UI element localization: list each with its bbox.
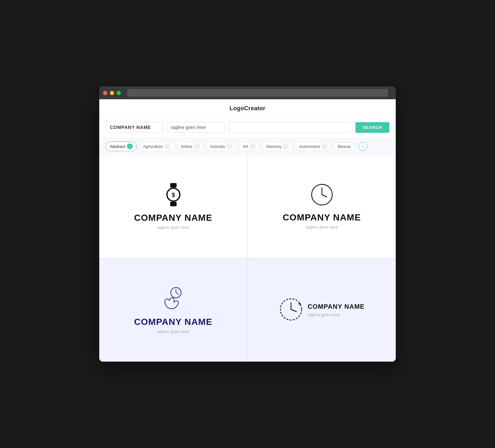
- hand-clock-icon: [160, 286, 186, 312]
- category-check-abstract: ✓: [127, 143, 133, 149]
- category-check-airline: ✓: [194, 143, 200, 149]
- logo-3-tagline: tagline goes here: [157, 329, 189, 334]
- category-label-agriculture: Agriculture: [143, 144, 163, 149]
- category-chip-automotive[interactable]: Automotive ✓: [295, 141, 332, 151]
- category-label-airline: Airline: [181, 144, 192, 149]
- category-label-attorney: Attorney: [266, 144, 281, 149]
- logo-2-company: COMPANY NAME: [283, 212, 361, 223]
- search-button[interactable]: SEARCH: [355, 122, 389, 133]
- svg-text:$: $: [171, 192, 175, 198]
- keyword-input[interactable]: [228, 122, 352, 133]
- category-check-attorney: ✓: [283, 143, 289, 149]
- category-label-abstract: Abstract: [110, 144, 125, 149]
- logo-card-3[interactable]: COMPANY NAME tagline goes here: [99, 258, 247, 362]
- logo-1-tagline: tagline goes here: [157, 225, 189, 230]
- traffic-light-yellow[interactable]: [110, 91, 114, 95]
- logo-4-text-group: COMPANY NAME tagline goes here: [308, 303, 365, 317]
- svg-line-10: [176, 293, 179, 294]
- clock-outline-icon: [311, 183, 333, 207]
- logo-4-tagline: tagline goes here: [308, 312, 365, 317]
- logo-4-company: COMPANY NAME: [308, 303, 365, 310]
- logo-3-company: COMPANY NAME: [134, 317, 212, 327]
- app-header: LogoCreator: [99, 99, 396, 117]
- svg-rect-0: [170, 183, 177, 188]
- category-label-art: Art: [243, 144, 248, 149]
- clock-inline-icon: [279, 297, 303, 323]
- category-chip-abstract[interactable]: Abstract ✓: [106, 141, 137, 151]
- category-chip-attorney[interactable]: Attorney ✓: [262, 141, 293, 151]
- traffic-light-red[interactable]: [103, 91, 107, 95]
- logo-2-tagline: tagline goes here: [306, 225, 338, 229]
- category-bar: Abstract ✓ Agriculture ✓ Airline ✓ Anima…: [99, 138, 396, 155]
- category-label-animals: Animals: [210, 144, 225, 149]
- category-check-animals: ✓: [227, 143, 232, 149]
- svg-line-13: [291, 309, 296, 312]
- category-label-automotive: Automotive: [299, 144, 320, 149]
- browser-content: LogoCreator SEARCH Abstract ✓ Agricultur…: [99, 99, 396, 362]
- more-categories-button[interactable]: →: [358, 142, 367, 151]
- watch-icon: $: [164, 183, 183, 208]
- inline-logo-4: COMPANY NAME tagline goes here: [279, 297, 365, 323]
- address-bar[interactable]: [127, 89, 388, 97]
- tagline-input[interactable]: [167, 122, 225, 133]
- company-name-input[interactable]: [106, 122, 164, 133]
- app-title: LogoCreator: [229, 105, 265, 112]
- logo-card-1[interactable]: $ COMPANY NAME tagline goes here: [99, 155, 247, 258]
- category-label-beauty: Beauty: [338, 144, 351, 149]
- category-chip-animals[interactable]: Animals ✓: [206, 141, 237, 151]
- category-check-agriculture: ✓: [165, 143, 170, 149]
- category-check-automotive: ✓: [322, 143, 327, 149]
- category-chip-airline[interactable]: Airline ✓: [177, 141, 204, 151]
- logo-card-4[interactable]: COMPANY NAME tagline goes here: [248, 258, 396, 362]
- search-bar: SEARCH: [99, 117, 396, 138]
- logo-grid: $ COMPANY NAME tagline goes here: [99, 155, 396, 362]
- category-chip-art[interactable]: Art ✓: [238, 141, 260, 151]
- browser-titlebar: [99, 86, 396, 99]
- category-chip-agriculture[interactable]: Agriculture ✓: [139, 141, 175, 151]
- svg-rect-4: [170, 202, 177, 206]
- category-check-art: ✓: [250, 143, 256, 149]
- traffic-light-green[interactable]: [117, 91, 121, 95]
- browser-window: LogoCreator SEARCH Abstract ✓ Agricultur…: [99, 86, 396, 362]
- svg-line-7: [322, 195, 327, 197]
- logo-card-2[interactable]: COMPANY NAME tagline goes here: [248, 155, 396, 258]
- category-chip-beauty[interactable]: Beauty: [334, 142, 355, 151]
- logo-1-company: COMPANY NAME: [134, 213, 212, 223]
